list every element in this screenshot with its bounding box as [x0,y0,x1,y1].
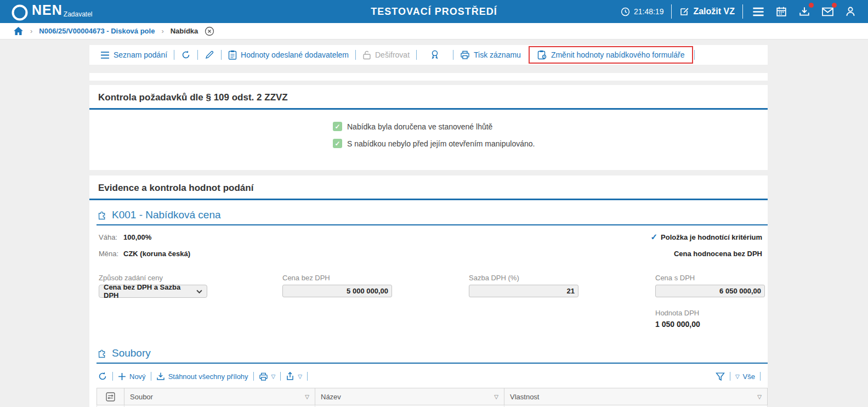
printer-icon [259,372,268,381]
stahnout-button[interactable]: Stáhnout všechny přílohy [151,372,253,381]
home-icon[interactable] [13,26,24,36]
refresh-button[interactable] [175,50,196,60]
soubory-title: Soubory [112,347,151,359]
files-table: Soubor▽ Název▽ Vlastnost▽ [97,388,768,407]
vaha-value: 100,00% [123,233,151,241]
soubory-header: Soubory [98,347,761,359]
dropdown-triangle-icon: ▽ [735,374,740,380]
cena-flag-label: Cena hodnocena bez DPH [674,250,762,258]
tisk-zaznamu-label: Tisk záznamu [474,50,521,59]
toolbar-divider [355,50,356,60]
column-header-soubor[interactable]: Soubor▽ [124,388,315,405]
evidence-section: Evidence a kontrola hodnot podání K001 -… [89,176,768,407]
breadcrumb: › N006/25/V00004673 - Disková pole › Nab… [0,23,868,39]
download-icon [156,372,165,381]
printer-icon [460,50,470,60]
nazev-cell[interactable] [315,405,504,407]
zmenit-hodnoty-button[interactable]: Změnit hodnoty nabídkového formuláře [532,50,690,60]
seznam-podani-label: Seznam podání [114,50,167,59]
user-button[interactable] [843,4,858,19]
share-icon [286,372,294,381]
tisk-zaznamu-button[interactable]: Tisk záznamu [455,50,526,60]
sub-rule [97,224,768,225]
breadcrumb-contract-link[interactable]: N006/25/V00004673 - Disková pole [39,27,155,35]
toolbar-divider [307,372,308,381]
dropdown-triangle-icon: ▽ [271,374,276,380]
zpusob-select[interactable]: Cena bez DPH a Sazba DPH [99,285,207,298]
downloads-badge [809,3,814,8]
status-strip [89,73,768,81]
green-check-icon: ✓ [333,139,342,148]
award-button[interactable] [418,49,452,60]
row-actions-cell[interactable] [97,405,124,407]
mena-value: CZK (koruna česká) [123,250,190,258]
cena-s-input[interactable] [655,285,765,297]
hodnota-dph-label: Hodnota DPH [655,309,765,317]
column-label: Soubor [130,393,153,401]
calendar-icon [776,6,787,17]
puzzle-icon [98,210,107,220]
files-export-button[interactable]: ▽ [281,372,307,381]
filter-vse-button[interactable]: ▽ Vše [730,372,760,381]
cena-bez-label: Cena bez DPH [282,274,392,282]
table-row[interactable]: Dokument s nabídkou dodavatele 1.pdf [97,405,768,407]
nen-logo[interactable]: NEN Zadavatel [11,2,93,21]
kontrola-title: Kontrola požadavků dle § 109 odst. 2 ZZV… [89,85,768,108]
award-icon [430,49,440,60]
hodnoty-odeslane-label: Hodnoty odeslané dodavatelem [241,50,349,59]
column-header-vlastnost[interactable]: Vlastnost▽ [504,388,768,405]
column-header-nazev[interactable]: Název▽ [315,388,504,405]
messages-button[interactable] [820,4,835,19]
files-table-header-row: Soubor▽ Název▽ Vlastnost▽ [97,388,768,405]
evidence-title: Evidence a kontrola hodnot podání [89,176,768,199]
zmenit-hodnoty-label: Změnit hodnoty nabídkového formuláře [551,50,685,59]
chevron-right-icon: › [30,27,32,35]
header-divider [671,4,672,19]
stahnout-label: Stáhnout všechny přílohy [168,372,248,381]
k001-header: K001 - Nabídková cena [98,209,761,221]
hodnota-dph-value: 1 050 000,00 [655,320,765,329]
sort-icon[interactable]: ▽ [757,394,762,400]
zpusob-selected-value: Cena bez DPH a Sazba DPH [104,283,196,299]
toolbar-divider [174,50,174,60]
create-vz-button[interactable]: Založit VZ [679,7,735,16]
kriterium-flag: ✓ Položka je hodnotící kritérium [651,232,763,242]
mena-label: Měna: [99,250,123,258]
messages-badge [832,3,837,8]
puzzle-icon [98,348,107,358]
files-refresh-button[interactable] [97,371,112,381]
calendar-button[interactable] [774,4,789,19]
record-toolbar: Seznam podání Hodnoty odeslané dodavatel… [89,45,768,65]
sazba-label: Sazba DPH (%) [469,274,578,282]
files-toolbar: Nový Stáhnout všechny přílohy ▽ [97,368,761,385]
kontrola-section: Kontrola požadavků dle § 109 odst. 2 ZZV… [89,85,768,170]
clock-icon [621,7,630,16]
edit-button[interactable] [199,50,220,60]
vaha-label: Váha: [99,233,123,241]
files-print-button[interactable]: ▽ [254,372,281,381]
novy-button[interactable]: Nový [113,372,151,381]
unlock-icon [362,50,371,60]
seznam-podani-button[interactable]: Seznam podání [95,50,173,59]
check-row-delivered: ✓ Nabídka byla doručena ve stanovené lhů… [333,122,768,131]
menu-button[interactable] [751,4,766,19]
vlastnost-cell[interactable] [504,405,768,407]
toolbar-divider [760,372,761,381]
column-settings-header[interactable] [97,388,124,405]
envelope-icon [822,7,833,16]
hodnoty-odeslane-button[interactable]: Hodnoty odeslané dodavatelem [223,50,354,60]
toolbar-divider [694,50,695,60]
sort-icon[interactable]: ▽ [305,394,309,400]
section-rule [89,199,768,200]
toolbar-divider [197,50,198,60]
sazba-input[interactable] [469,285,578,297]
close-tab-icon[interactable] [205,26,214,36]
header-divider [742,4,743,19]
file-name-cell[interactable]: Dokument s nabídkou dodavatele 1.pdf [124,405,315,407]
cena-bez-input[interactable] [282,285,392,297]
filter-button[interactable] [711,372,730,381]
downloads-button[interactable] [797,4,812,19]
sort-icon[interactable]: ▽ [494,394,498,400]
desifrovat-label: Dešifrovat [375,50,410,59]
sub-rule [97,363,768,364]
